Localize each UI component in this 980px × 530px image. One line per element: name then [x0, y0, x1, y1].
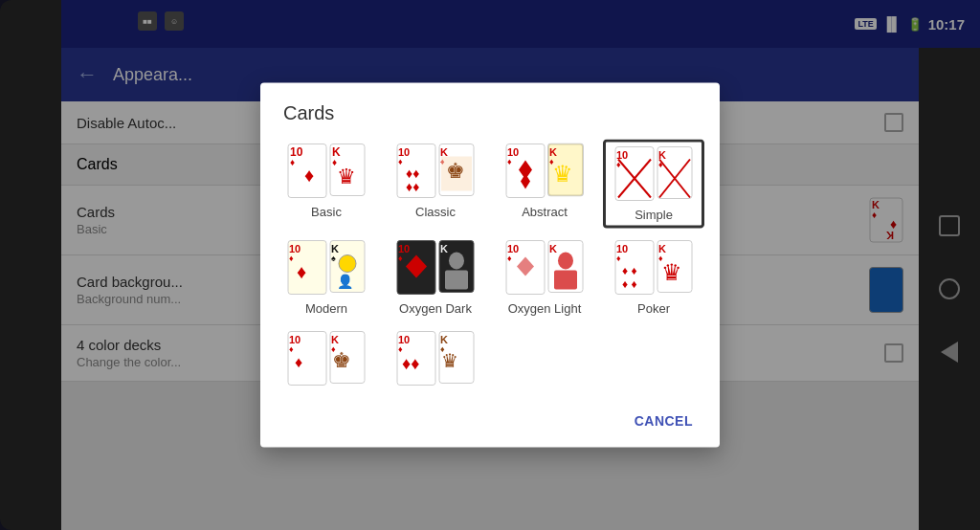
basic-ten-diamonds: 10 ♦ ♦	[287, 144, 327, 199]
card-option-row3col2[interactable]: 10 ♦ ♦♦ K ♦ ♛	[385, 327, 486, 390]
card-option-basic[interactable]: 10 ♦ ♦ K ♦ ♛ Basic	[276, 140, 377, 229]
oxlight-king: K	[547, 240, 584, 294]
modern-label: Modern	[305, 301, 347, 316]
card-option-abstract[interactable]: 10 ♦ K ♦ ♛ Abstract	[494, 140, 595, 229]
svg-text:♦: ♦	[289, 254, 294, 263]
svg-text:K: K	[549, 243, 557, 254]
basic-card-images: 10 ♦ ♦ K ♦ ♛	[287, 144, 366, 199]
abstract-card-images: 10 ♦ K ♦ ♛	[505, 144, 584, 199]
simple-label: Simple	[635, 208, 673, 222]
dialog-title: Cards	[260, 102, 720, 140]
svg-text:♛: ♛	[337, 165, 356, 188]
r3c1-card1: 10 ♦ ♦	[287, 331, 327, 386]
classic-ten: 10 ♦ ♦♦ ♦♦	[396, 144, 436, 199]
abstract-ten: 10 ♦	[505, 144, 546, 199]
svg-rect-67	[554, 271, 577, 290]
svg-text:♦: ♦	[295, 354, 302, 370]
svg-text:♦: ♦	[297, 261, 306, 282]
r3c2-card-images: 10 ♦ ♦♦ K ♦ ♛	[396, 331, 475, 386]
oxdark-ten: 10 ♦	[396, 240, 436, 296]
modern-ten: 10 ♦ ♦	[287, 240, 327, 296]
oxygen-dark-card-images: 10 ♦ K	[396, 240, 475, 296]
oxygen-light-card-images: 10 ♦ K	[505, 240, 584, 296]
oxygen-dark-label: Oxygen Dark	[399, 301, 472, 316]
svg-text:♛: ♛	[441, 350, 458, 371]
poker-card-images: 10 ♦ ♦ ♦ ♦ ♦ K ♦ ♛	[614, 240, 693, 296]
svg-text:♦: ♦	[290, 157, 295, 167]
svg-text:♚: ♚	[446, 159, 465, 183]
abstract-label: Abstract	[522, 205, 568, 219]
svg-text:♦: ♦	[398, 157, 403, 166]
svg-text:♦♦: ♦♦	[402, 354, 419, 373]
poker-king: K ♦ ♛	[657, 240, 693, 294]
card-options-grid: 10 ♦ ♦ K ♦ ♛ Basic	[276, 140, 704, 398]
svg-text:♦ ♦: ♦ ♦	[622, 277, 637, 291]
classic-king: K ♦ ♚	[438, 144, 475, 197]
modern-card-images: 10 ♦ ♦ K ♠ 👤	[287, 240, 366, 296]
card-option-modern[interactable]: 10 ♦ ♦ K ♠ 👤 Modern	[276, 236, 377, 320]
dialog-actions: CANCEL	[260, 398, 720, 440]
card-option-row3col1[interactable]: 10 ♦ ♦ K ♦ ♚	[276, 327, 377, 390]
svg-text:♛: ♛	[661, 259, 682, 285]
svg-text:♦: ♦	[398, 254, 403, 263]
svg-text:♦: ♦	[507, 157, 512, 166]
card-option-oxygen-dark[interactable]: 10 ♦ K Oxygen Dark	[385, 236, 486, 320]
dialog-content: 10 ♦ ♦ K ♦ ♛ Basic	[260, 140, 720, 398]
svg-text:♦♦: ♦♦	[406, 179, 419, 194]
svg-point-58	[449, 253, 464, 270]
card-option-oxygen-light[interactable]: 10 ♦ K Oxygen Light	[494, 236, 595, 320]
svg-text:♦: ♦	[304, 165, 314, 186]
svg-point-50	[339, 255, 356, 273]
r3c1-card-images: 10 ♦ ♦ K ♦ ♚	[287, 331, 366, 386]
svg-text:♦: ♦	[507, 254, 512, 263]
abstract-king: K ♦ ♛	[547, 144, 584, 197]
r3c2-card2: K ♦ ♛	[438, 331, 475, 385]
svg-text:♦: ♦	[289, 344, 294, 354]
svg-text:♚: ♚	[332, 348, 351, 372]
r3c1-card2: K ♦ ♚	[329, 331, 366, 385]
svg-rect-59	[445, 271, 468, 290]
phone-frame: ■■ ☺ LTE ▐▌ 🔋 10:17 ← Appeara... Disable…	[0, 0, 980, 530]
card-option-poker[interactable]: 10 ♦ ♦ ♦ ♦ ♦ K ♦ ♛ Poker	[603, 236, 704, 320]
svg-point-66	[558, 253, 573, 270]
svg-text:K: K	[440, 243, 448, 254]
classic-label: Classic	[415, 205, 456, 219]
oxlight-ten: 10 ♦	[505, 240, 546, 296]
card-option-classic[interactable]: 10 ♦ ♦♦ ♦♦ K ♦ ♚	[385, 140, 486, 229]
cancel-button[interactable]: CANCEL	[623, 406, 704, 436]
svg-text:♦: ♦	[398, 344, 403, 354]
simple-ten: 10 ♦	[614, 146, 655, 202]
oxygen-light-label: Oxygen Light	[508, 301, 582, 316]
poker-label: Poker	[637, 301, 670, 316]
poker-ten: 10 ♦ ♦ ♦ ♦ ♦	[614, 240, 655, 296]
svg-text:♦: ♦	[616, 254, 621, 263]
card-option-simple[interactable]: 10 ♦ K ♦	[603, 140, 704, 229]
modern-king: K ♠ 👤	[329, 240, 366, 294]
cards-dialog: Cards 10 ♦ ♦ K ♦	[260, 83, 720, 448]
svg-text:♛: ♛	[552, 161, 573, 187]
oxdark-king: K	[438, 240, 475, 294]
simple-card-images: 10 ♦ K ♦	[614, 146, 693, 202]
basic-king-diamonds: K ♦ ♛	[329, 144, 366, 197]
svg-text:♦ ♦: ♦ ♦	[622, 264, 637, 277]
classic-card-images: 10 ♦ ♦♦ ♦♦ K ♦ ♚	[396, 144, 475, 199]
basic-label: Basic	[311, 205, 342, 219]
r3c2-card1: 10 ♦ ♦♦	[396, 331, 436, 386]
svg-text:♠: ♠	[331, 254, 336, 263]
simple-king: K ♦	[657, 146, 693, 200]
svg-text:👤: 👤	[337, 274, 354, 290]
